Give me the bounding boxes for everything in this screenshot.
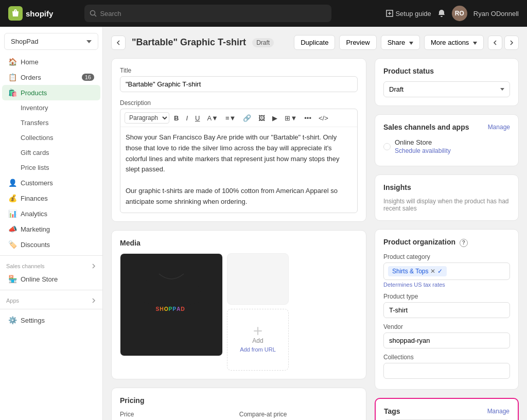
- media-card: Media SHOP: [111, 230, 366, 379]
- title-input[interactable]: [120, 76, 358, 92]
- insights-card: Insights Insights will display when the …: [375, 174, 519, 221]
- sidebar-item-collections[interactable]: Collections: [14, 130, 100, 145]
- more-actions-button[interactable]: More actions: [424, 35, 484, 50]
- setup-guide-button[interactable]: Setup guide: [386, 10, 431, 18]
- avatar[interactable]: RO: [452, 6, 467, 21]
- paragraph-select[interactable]: Paragraph: [125, 112, 169, 124]
- media-grid: SHOPPAD Add Add from URL: [120, 253, 358, 371]
- sidebar-label-customers: Customers: [21, 179, 53, 187]
- avatar-initials: RO: [455, 10, 464, 17]
- align-button[interactable]: ≡▼: [223, 113, 238, 124]
- product-status-card: Product status Draft Active: [375, 58, 519, 106]
- code-button[interactable]: </>: [316, 113, 331, 124]
- tags-manage-link[interactable]: Manage: [487, 408, 510, 415]
- orders-badge: 16: [82, 74, 94, 81]
- share-button[interactable]: Share: [381, 35, 420, 50]
- sidebar-item-analytics[interactable]: 📊 Analytics: [2, 206, 100, 221]
- sidebar-item-transfers[interactable]: Transfers: [14, 115, 100, 130]
- product-status-title: Product status: [383, 67, 510, 75]
- marketing-icon: 📣: [8, 225, 16, 233]
- product-organization-card: Product organization ? Product category …: [375, 229, 519, 390]
- svg-point-0: [91, 11, 95, 15]
- product-status-select[interactable]: Draft Active: [383, 81, 510, 97]
- image-button[interactable]: 🖼: [256, 113, 268, 124]
- bold-button[interactable]: B: [171, 113, 181, 124]
- sidebar-item-price-lists[interactable]: Price lists: [14, 160, 100, 175]
- header-actions: Duplicate Preview Share More actions: [294, 35, 519, 50]
- top-navigation: shopify Setup guide RO Ryan ODonnell: [0, 0, 527, 27]
- search-bar[interactable]: [84, 5, 331, 22]
- sidebar-item-orders[interactable]: 📋 Orders 16: [2, 69, 100, 85]
- sidebar-item-gift-cards[interactable]: Gift cards: [14, 145, 100, 160]
- search-input[interactable]: [100, 10, 326, 18]
- description-toolbar: Paragraph B I U A▼ ≡▼ 🔗 🖼 ▶ ⊞▼ •••: [120, 109, 357, 127]
- tags-title: Tags: [384, 407, 400, 415]
- category-value: Shirts & Tops: [392, 268, 428, 275]
- back-button[interactable]: [111, 36, 126, 50]
- org-help-icon[interactable]: ?: [460, 239, 468, 247]
- category-input-row[interactable]: Shirts & Tops ✕ ✓: [383, 262, 510, 280]
- sidebar-label-home: Home: [21, 58, 39, 66]
- sales-channels-title: Sales channels and apps: [383, 123, 469, 131]
- share-label: Share: [388, 39, 406, 46]
- link-button[interactable]: 🔗: [240, 113, 254, 124]
- collections-field: Collections: [383, 354, 510, 379]
- underline-button[interactable]: U: [192, 113, 202, 124]
- tags-header: Tags Manage: [384, 407, 510, 415]
- description-label: Description: [120, 99, 358, 107]
- schedule-link[interactable]: Schedule availability: [395, 147, 451, 154]
- type-input[interactable]: [383, 302, 510, 318]
- description-content[interactable]: Show your San Francisco Bay Are pride wi…: [120, 127, 357, 213]
- italic-button[interactable]: I: [183, 113, 190, 124]
- media-main-image[interactable]: SHOPPAD: [120, 253, 223, 356]
- sidebar-label-inventory: Inventory: [21, 104, 48, 112]
- sidebar-item-products[interactable]: 🛍️ Products: [2, 85, 100, 100]
- prev-product-button[interactable]: [488, 36, 502, 50]
- sidebar-label-online-store: Online Store: [21, 275, 58, 283]
- user-name[interactable]: Ryan ODonnell: [473, 10, 519, 18]
- description-para1: Show your San Francisco Bay Are pride wi…: [126, 132, 352, 175]
- online-store-icon: 🏪: [8, 275, 16, 283]
- duplicate-button[interactable]: Duplicate: [294, 35, 335, 50]
- sidebar-item-finances[interactable]: 💰 Finances: [2, 190, 100, 206]
- store-selector[interactable]: ShopPad: [4, 33, 98, 50]
- more-button[interactable]: •••: [302, 113, 314, 124]
- collections-input[interactable]: [383, 363, 510, 379]
- page-title: "Bartable" Graphic T-shirt: [132, 37, 246, 48]
- tshirt-svg: SHOPPAD: [130, 264, 213, 346]
- category-label: Product category: [383, 253, 510, 260]
- text-color-button[interactable]: A▼: [204, 113, 221, 124]
- preview-button[interactable]: Preview: [339, 35, 376, 50]
- sidebar-item-online-store[interactable]: 🏪 Online Store: [2, 271, 100, 287]
- products-submenu: Inventory Transfers Collections Gift car…: [0, 100, 102, 175]
- insights-description: Insights will display when the product h…: [383, 198, 510, 212]
- media-add-slot[interactable]: Add Add from URL: [227, 309, 289, 371]
- logo[interactable]: shopify: [8, 6, 53, 21]
- sidebar-item-inventory[interactable]: Inventory: [14, 100, 100, 115]
- table-button[interactable]: ⊞▼: [282, 113, 300, 124]
- video-button[interactable]: ▶: [270, 113, 280, 124]
- vendor-field: Vendor: [383, 323, 510, 348]
- sidebar-item-home[interactable]: 🏠 Home: [2, 54, 100, 69]
- notifications-button[interactable]: [437, 9, 446, 18]
- description-para2: Our graphic t-shirts are made of 100% co…: [126, 186, 352, 207]
- sidebar-label-gift-cards: Gift cards: [21, 149, 49, 156]
- sales-channels-manage-link[interactable]: Manage: [488, 124, 510, 131]
- sidebar-label-analytics: Analytics: [21, 210, 47, 218]
- status-badge: Draft: [252, 38, 274, 47]
- next-product-button[interactable]: [504, 36, 519, 50]
- add-from-url-label[interactable]: Add from URL: [240, 346, 276, 353]
- apps-label: Apps: [6, 297, 19, 304]
- vendor-input[interactable]: [383, 332, 510, 348]
- page-header: "Bartable" Graphic T-shirt Draft Duplica…: [111, 35, 519, 50]
- search-icon: [90, 10, 97, 17]
- online-store-info: Online Store Schedule availability: [395, 138, 451, 154]
- sidebar-item-marketing[interactable]: 📣 Marketing: [2, 221, 100, 237]
- sales-channels-section: Sales channels: [0, 259, 102, 271]
- sidebar-item-discounts[interactable]: 🏷️ Discounts: [2, 237, 100, 252]
- chevron-down-icon: [86, 40, 92, 43]
- category-remove-icon[interactable]: ✕: [430, 268, 435, 275]
- type-label: Product type: [383, 293, 510, 300]
- sidebar-item-customers[interactable]: 👤 Customers: [2, 175, 100, 190]
- sidebar-item-settings[interactable]: ⚙️ Settings: [2, 312, 100, 328]
